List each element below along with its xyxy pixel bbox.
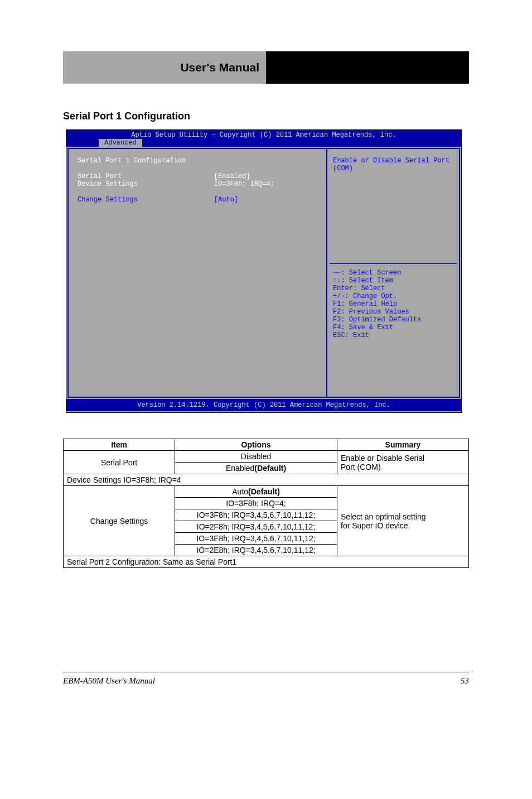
banner-left: User's Manual [63, 51, 266, 84]
table-subheader-row: Device Settings IO=3F8h; IRQ=4 [64, 474, 469, 486]
bios-nav-line: F1: General Help [333, 300, 421, 308]
bios-blank-line [78, 188, 317, 196]
table-subheader: Serial Port 2 Configuration: Same as Ser… [64, 556, 469, 568]
table-option: IO=3F8h; IRQ=4; [175, 498, 337, 509]
table-header: Summary [337, 439, 469, 451]
bios-footer: Version 2.14.1219. Copyright (C) 2011 Am… [66, 399, 461, 411]
page-footer-rule [63, 672, 469, 672]
bios-nav-line: ↑↓: Select Item [333, 277, 421, 285]
bios-panel-heading: Serial Port 1 Configuration [78, 157, 317, 165]
bios-nav-line: +/-: Change Opt. [333, 292, 421, 300]
table-option: IO=3E8h; IRQ=3,4,5,6,7,10,11,12; [175, 533, 337, 545]
bios-nav-line: →←: Select Screen [333, 269, 421, 277]
page-footer-left: EBM-A50M User's Manual [63, 676, 155, 686]
table-option: Disabled [175, 451, 337, 463]
table-subheader: Device Settings IO=3F8h; IRQ=4 [64, 474, 469, 486]
table-option: IO=3F8h; IRQ=3,4,5,6,7,10,11,12; [175, 509, 337, 521]
section-heading: Serial Port 1 Configuration [63, 110, 190, 122]
bios-help-divider [330, 263, 457, 264]
bios-help-panel: Enable or Disable Serial Port (COM) →←: … [326, 148, 460, 398]
doc-banner: User's Manual [63, 51, 469, 84]
bios-item-device-settings[interactable]: Device Settings IO=3F8h; IRQ=4; [78, 180, 317, 188]
bios-item-serial-port[interactable]: Serial Port [Enabled] [78, 172, 317, 180]
bios-nav-line: ESC: Exit [333, 331, 421, 339]
table-header: Options [175, 439, 337, 451]
bios-titlebar: Aptio Setup Utility – Copyright (C) 2011… [66, 130, 461, 147]
bios-nav-keys: →←: Select Screen↑↓: Select ItemEnter: S… [333, 269, 421, 339]
page-footer-right: 53 [461, 676, 469, 686]
bios-main-panel: Serial Port 1 Configuration Serial Port … [67, 148, 326, 398]
table-item: Change Settings [64, 486, 175, 556]
bios-screenshot: Aptio Setup Utility – Copyright (C) 2011… [66, 129, 462, 413]
table-summary: Select an optimal setting for Super IO d… [337, 486, 469, 556]
bios-body: Serial Port 1 Configuration Serial Port … [66, 147, 461, 399]
bios-tab-advanced[interactable]: Advanced [99, 139, 142, 147]
bios-nav-line: F4: Save & Exit [333, 324, 421, 331]
table-summary: Enable or Disable Serial Port (COM) [337, 451, 469, 474]
table-option: Enabled(Default) [175, 463, 337, 474]
table-option: IO=2F8h; IRQ=3,4,5,6,7,10,11,12; [175, 521, 337, 533]
table-item: Serial Port [64, 451, 175, 474]
table-subheader-row: Serial Port 2 Configuration: Same as Ser… [64, 556, 469, 568]
table-header-row: ItemOptionsSummary [64, 439, 469, 451]
bios-nav-line: F2: Previous Values [333, 308, 421, 316]
table-row: Serial PortDisabledEnable or Disable Ser… [64, 451, 469, 463]
bios-nav-line: Enter: Select [333, 285, 421, 292]
bios-item-change-settings[interactable]: Change Settings [Auto] [78, 196, 317, 204]
bios-nav-line: F3: Optimized Defaults [333, 316, 421, 324]
bios-help-text: Enable or Disable Serial Port (COM) [333, 157, 453, 172]
table-option: Auto(Default) [175, 486, 337, 498]
table-option: IO=2E8h; IRQ=3,4,5,6,7,10,11,12; [175, 545, 337, 556]
table-header: Item [64, 439, 175, 451]
table-row: Change SettingsAuto(Default)Select an op… [64, 486, 469, 498]
banner-right [266, 51, 469, 84]
bios-title: Aptio Setup Utility – Copyright (C) 2011… [66, 130, 461, 139]
options-table: ItemOptionsSummarySerial PortDisabledEna… [63, 439, 469, 568]
